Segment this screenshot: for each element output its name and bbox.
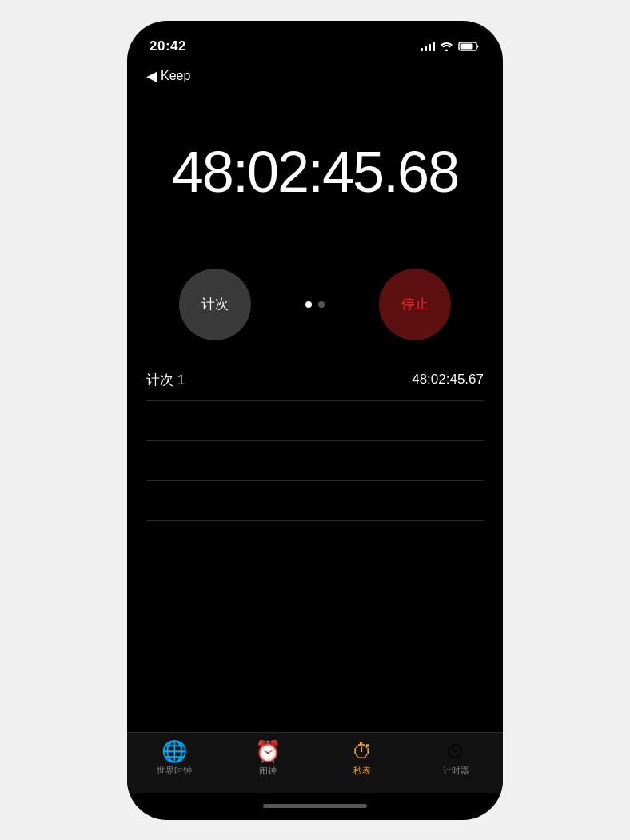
tab-stopwatch[interactable]: ⏱ 秒表 (334, 741, 390, 777)
controls-row: 计次 停止 (179, 269, 451, 340)
dot-1 (305, 301, 312, 308)
status-bar: 20:42 (127, 21, 503, 61)
stopwatch-icon: ⏱ (352, 741, 373, 762)
lap-row-3 (146, 441, 484, 481)
lap-list: 计次 1 48:02:45.67 (127, 360, 503, 521)
phone-screen: 20:42 ◀ Keep (127, 21, 503, 820)
signal-icon (421, 42, 435, 51)
back-label: Keep (161, 69, 190, 83)
tab-alarm-label: 闹钟 (259, 765, 277, 777)
home-indicator-bar (263, 804, 367, 808)
timer-icon: ⏲ (445, 741, 466, 762)
phone-wrapper: 20:42 ◀ Keep (0, 0, 630, 840)
svg-point-0 (445, 49, 448, 51)
lap-time-1: 48:02:45.67 (412, 372, 484, 388)
tab-stopwatch-label: 秒表 (353, 765, 371, 777)
stopwatch-display: 48:02:45.68 (172, 139, 458, 205)
battery-icon (458, 41, 480, 52)
lap-label-1: 计次 1 (146, 371, 185, 389)
page-dots (305, 301, 325, 308)
stop-button[interactable]: 停止 (379, 269, 451, 340)
tab-timer-label: 计时器 (443, 765, 469, 777)
status-icons (421, 41, 480, 52)
tab-timer[interactable]: ⏲ 计时器 (428, 741, 484, 777)
svg-rect-2 (461, 43, 473, 49)
world-clock-icon: 🌐 (161, 741, 187, 762)
tab-alarm[interactable]: ⏰ 闹钟 (240, 741, 296, 777)
main-content: 48:02:45.68 计次 停止 计次 1 48:02:45.67 (127, 91, 503, 732)
status-time: 20:42 (150, 38, 186, 54)
lap-row-1: 计次 1 48:02:45.67 (146, 360, 484, 401)
dot-2 (318, 301, 325, 308)
alarm-icon: ⏰ (255, 741, 281, 762)
lap-row-2 (146, 401, 484, 441)
wifi-icon (440, 42, 453, 51)
lap-button[interactable]: 计次 (179, 269, 251, 340)
lap-row-4 (146, 481, 484, 521)
back-arrow-icon: ◀ (146, 67, 158, 85)
back-nav: ◀ Keep (127, 61, 503, 91)
home-indicator (127, 793, 503, 820)
tab-world-clock[interactable]: 🌐 世界时钟 (146, 741, 202, 777)
back-button[interactable]: ◀ Keep (146, 67, 484, 85)
tab-world-clock-label: 世界时钟 (157, 765, 192, 777)
tab-bar: 🌐 世界时钟 ⏰ 闹钟 ⏱ 秒表 ⏲ 计时器 (127, 732, 503, 793)
